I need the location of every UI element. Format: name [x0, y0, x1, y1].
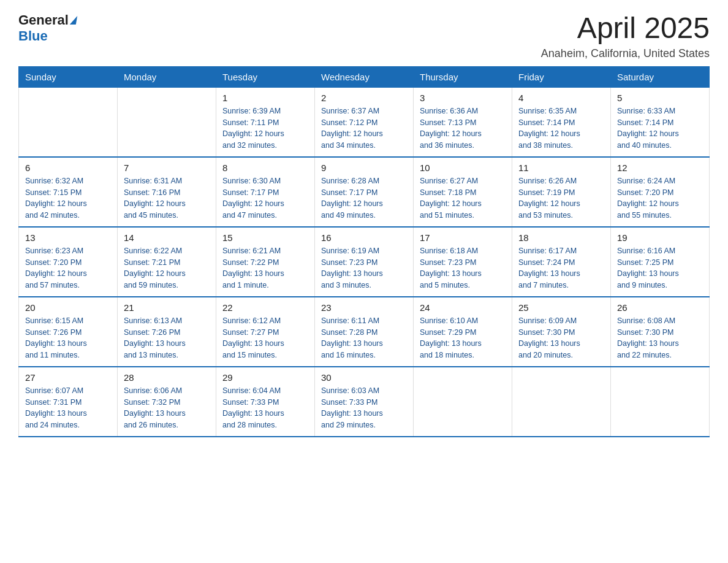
day-number: 25 — [518, 302, 604, 313]
day-number: 26 — [617, 302, 703, 313]
day-info: Sunrise: 6:39 AM Sunset: 7:11 PM Dayligh… — [222, 105, 308, 151]
day-info: Sunrise: 6:36 AM Sunset: 7:13 PM Dayligh… — [420, 105, 506, 151]
calendar-cell: 30Sunrise: 6:03 AM Sunset: 7:33 PM Dayli… — [315, 367, 414, 437]
day-number: 29 — [222, 372, 308, 383]
day-number: 27 — [25, 372, 111, 383]
calendar-week-row: 13Sunrise: 6:23 AM Sunset: 7:20 PM Dayli… — [19, 227, 710, 297]
calendar-cell: 17Sunrise: 6:18 AM Sunset: 7:23 PM Dayli… — [414, 227, 512, 297]
day-info: Sunrise: 6:17 AM Sunset: 7:24 PM Dayligh… — [518, 245, 604, 291]
day-number: 3 — [420, 93, 506, 103]
calendar-cell — [512, 367, 611, 437]
weekday-header-monday: Monday — [118, 66, 216, 87]
day-number: 22 — [222, 302, 308, 313]
day-info: Sunrise: 6:08 AM Sunset: 7:30 PM Dayligh… — [617, 315, 703, 361]
weekday-header-saturday: Saturday — [611, 66, 710, 87]
calendar-cell: 6Sunrise: 6:32 AM Sunset: 7:15 PM Daylig… — [19, 157, 118, 227]
calendar-cell: 24Sunrise: 6:10 AM Sunset: 7:29 PM Dayli… — [414, 297, 512, 367]
day-number: 10 — [420, 163, 506, 173]
calendar-cell: 1Sunrise: 6:39 AM Sunset: 7:11 PM Daylig… — [216, 87, 315, 157]
day-number: 16 — [321, 232, 407, 243]
day-info: Sunrise: 6:21 AM Sunset: 7:22 PM Dayligh… — [222, 245, 308, 291]
calendar-week-row: 1Sunrise: 6:39 AM Sunset: 7:11 PM Daylig… — [19, 87, 710, 157]
weekday-header-friday: Friday — [512, 66, 611, 87]
day-info: Sunrise: 6:31 AM Sunset: 7:16 PM Dayligh… — [124, 175, 210, 221]
day-number: 20 — [25, 302, 111, 313]
weekday-header-row: SundayMondayTuesdayWednesdayThursdayFrid… — [19, 66, 710, 87]
calendar-cell: 16Sunrise: 6:19 AM Sunset: 7:23 PM Dayli… — [315, 227, 414, 297]
calendar-cell: 28Sunrise: 6:06 AM Sunset: 7:32 PM Dayli… — [118, 367, 216, 437]
calendar-cell: 4Sunrise: 6:35 AM Sunset: 7:14 PM Daylig… — [512, 87, 611, 157]
weekday-header-wednesday: Wednesday — [315, 66, 414, 87]
calendar-cell: 22Sunrise: 6:12 AM Sunset: 7:27 PM Dayli… — [216, 297, 315, 367]
day-number: 14 — [124, 232, 210, 243]
day-number: 12 — [617, 163, 703, 173]
day-number: 17 — [420, 232, 506, 243]
day-info: Sunrise: 6:23 AM Sunset: 7:20 PM Dayligh… — [25, 245, 111, 291]
day-number: 6 — [25, 163, 111, 173]
calendar-cell: 26Sunrise: 6:08 AM Sunset: 7:30 PM Dayli… — [611, 297, 710, 367]
calendar-week-row: 20Sunrise: 6:15 AM Sunset: 7:26 PM Dayli… — [19, 297, 710, 367]
day-info: Sunrise: 6:10 AM Sunset: 7:29 PM Dayligh… — [420, 315, 506, 361]
day-number: 15 — [222, 232, 308, 243]
logo-blue: Blue — [18, 28, 48, 44]
day-info: Sunrise: 6:33 AM Sunset: 7:14 PM Dayligh… — [617, 105, 703, 151]
calendar-cell: 25Sunrise: 6:09 AM Sunset: 7:30 PM Dayli… — [512, 297, 611, 367]
day-info: Sunrise: 6:19 AM Sunset: 7:23 PM Dayligh… — [321, 245, 407, 291]
day-number: 18 — [518, 232, 604, 243]
day-number: 9 — [321, 163, 407, 173]
day-number: 1 — [222, 93, 308, 103]
day-info: Sunrise: 6:24 AM Sunset: 7:20 PM Dayligh… — [617, 175, 703, 221]
calendar-cell: 12Sunrise: 6:24 AM Sunset: 7:20 PM Dayli… — [611, 157, 710, 227]
day-number: 2 — [321, 93, 407, 103]
calendar-cell: 2Sunrise: 6:37 AM Sunset: 7:12 PM Daylig… — [315, 87, 414, 157]
logo-general: General — [18, 12, 69, 28]
day-info: Sunrise: 6:07 AM Sunset: 7:31 PM Dayligh… — [25, 385, 111, 431]
calendar-week-row: 6Sunrise: 6:32 AM Sunset: 7:15 PM Daylig… — [19, 157, 710, 227]
calendar-cell: 9Sunrise: 6:28 AM Sunset: 7:17 PM Daylig… — [315, 157, 414, 227]
calendar-cell: 20Sunrise: 6:15 AM Sunset: 7:26 PM Dayli… — [19, 297, 118, 367]
day-info: Sunrise: 6:13 AM Sunset: 7:26 PM Dayligh… — [124, 315, 210, 361]
calendar-cell — [414, 367, 512, 437]
logo: General Blue — [18, 12, 77, 44]
day-number: 19 — [617, 232, 703, 243]
calendar-cell: 21Sunrise: 6:13 AM Sunset: 7:26 PM Dayli… — [118, 297, 216, 367]
day-info: Sunrise: 6:26 AM Sunset: 7:19 PM Dayligh… — [518, 175, 604, 221]
day-number: 7 — [124, 163, 210, 173]
day-info: Sunrise: 6:18 AM Sunset: 7:23 PM Dayligh… — [420, 245, 506, 291]
weekday-header-thursday: Thursday — [414, 66, 512, 87]
calendar-cell: 23Sunrise: 6:11 AM Sunset: 7:28 PM Dayli… — [315, 297, 414, 367]
day-info: Sunrise: 6:27 AM Sunset: 7:18 PM Dayligh… — [420, 175, 506, 221]
calendar-cell: 5Sunrise: 6:33 AM Sunset: 7:14 PM Daylig… — [611, 87, 710, 157]
calendar-cell: 8Sunrise: 6:30 AM Sunset: 7:17 PM Daylig… — [216, 157, 315, 227]
day-number: 13 — [25, 232, 111, 243]
calendar-week-row: 27Sunrise: 6:07 AM Sunset: 7:31 PM Dayli… — [19, 367, 710, 437]
page-header: General Blue April 2025 Anaheim, Califor… — [18, 12, 710, 60]
calendar-cell — [19, 87, 118, 157]
day-info: Sunrise: 6:04 AM Sunset: 7:33 PM Dayligh… — [222, 385, 308, 431]
calendar-cell: 29Sunrise: 6:04 AM Sunset: 7:33 PM Dayli… — [216, 367, 315, 437]
day-info: Sunrise: 6:35 AM Sunset: 7:14 PM Dayligh… — [518, 105, 604, 151]
day-number: 24 — [420, 302, 506, 313]
day-info: Sunrise: 6:11 AM Sunset: 7:28 PM Dayligh… — [321, 315, 407, 361]
day-info: Sunrise: 6:28 AM Sunset: 7:17 PM Dayligh… — [321, 175, 407, 221]
day-info: Sunrise: 6:12 AM Sunset: 7:27 PM Dayligh… — [222, 315, 308, 361]
month-title: April 2025 — [541, 12, 710, 45]
day-info: Sunrise: 6:30 AM Sunset: 7:17 PM Dayligh… — [222, 175, 308, 221]
title-block: April 2025 Anaheim, California, United S… — [541, 12, 710, 60]
calendar-cell: 15Sunrise: 6:21 AM Sunset: 7:22 PM Dayli… — [216, 227, 315, 297]
day-info: Sunrise: 6:32 AM Sunset: 7:15 PM Dayligh… — [25, 175, 111, 221]
day-number: 8 — [222, 163, 308, 173]
weekday-header-sunday: Sunday — [19, 66, 118, 87]
day-info: Sunrise: 6:22 AM Sunset: 7:21 PM Dayligh… — [124, 245, 210, 291]
calendar-cell: 14Sunrise: 6:22 AM Sunset: 7:21 PM Dayli… — [118, 227, 216, 297]
day-number: 11 — [518, 163, 604, 173]
calendar-table: SundayMondayTuesdayWednesdayThursdayFrid… — [18, 66, 710, 437]
location: Anaheim, California, United States — [541, 47, 710, 60]
day-number: 23 — [321, 302, 407, 313]
day-info: Sunrise: 6:06 AM Sunset: 7:32 PM Dayligh… — [124, 385, 210, 431]
day-info: Sunrise: 6:37 AM Sunset: 7:12 PM Dayligh… — [321, 105, 407, 151]
day-info: Sunrise: 6:03 AM Sunset: 7:33 PM Dayligh… — [321, 385, 407, 431]
day-number: 28 — [124, 372, 210, 383]
day-info: Sunrise: 6:09 AM Sunset: 7:30 PM Dayligh… — [518, 315, 604, 361]
weekday-header-tuesday: Tuesday — [216, 66, 315, 87]
